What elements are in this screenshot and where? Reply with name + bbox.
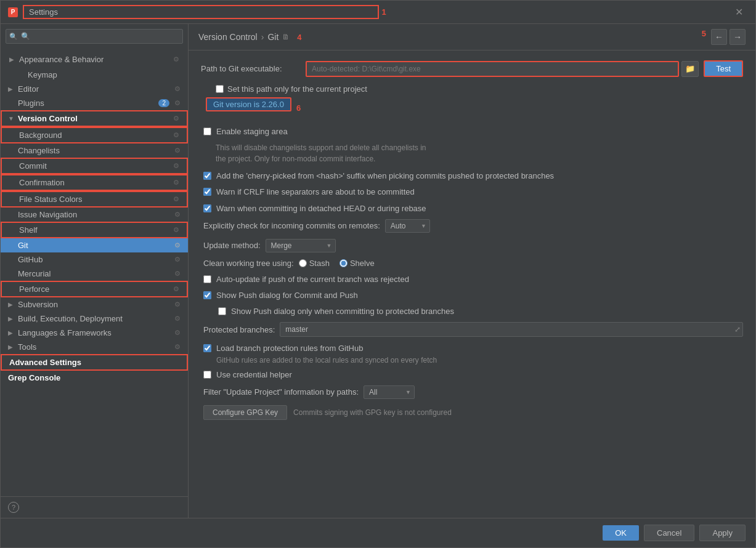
folder-browse-button[interactable]: 📁 <box>681 61 699 77</box>
sidebar-item-commit[interactable]: Commit ⚙ <box>1 158 188 174</box>
clean-working-row: Clean working tree using: Stash Shelve <box>201 259 743 268</box>
expand-icon[interactable]: ⤢ <box>734 325 741 334</box>
git-path-input[interactable] <box>306 61 679 77</box>
settings-icon: ⚙ <box>173 226 179 234</box>
cherry-pick-checkbox[interactable] <box>203 172 211 180</box>
cancel-button[interactable]: Cancel <box>644 525 694 541</box>
search-input[interactable] <box>6 29 183 44</box>
shelve-radio-label: Shelve <box>339 259 375 268</box>
sidebar-item-git[interactable]: 3 Git ⚙ <box>1 238 188 252</box>
breadcrumb-part1: Version Control <box>198 32 258 42</box>
nav-back-button[interactable]: ← <box>711 29 727 45</box>
configure-gpg-button[interactable]: Configure GPG Key <box>203 405 287 420</box>
show-push-row: Show Push dialog for Commit and Push <box>201 290 743 301</box>
ok-button[interactable]: OK <box>603 525 639 541</box>
sidebar-item-background[interactable]: Background ⚙ <box>1 127 188 143</box>
incoming-select[interactable]: Auto Always Never <box>385 219 430 233</box>
sidebar-item-build[interactable]: ▶ Build, Execution, Deployment ⚙ <box>1 312 188 326</box>
sidebar-item-advanced[interactable]: Advanced Settings <box>1 354 188 371</box>
sidebar-item-label: Editor <box>18 84 172 94</box>
sidebar-item-grep[interactable]: Grep Console <box>1 371 188 385</box>
staging-subtext: This will disable changelists support an… <box>216 142 743 164</box>
git-path-row: Path to Git executable: 📁 Test <box>201 60 743 77</box>
sidebar-item-file-status[interactable]: File Status Colors ⚙ <box>1 191 188 208</box>
show-push-protected-checkbox[interactable] <box>218 307 226 315</box>
sidebar-item-label: Changelists <box>18 146 172 155</box>
credential-checkbox[interactable] <box>203 371 211 379</box>
sidebar-item-perforce[interactable]: Perforce ⚙ <box>1 281 188 297</box>
expand-arrow: ▶ <box>8 315 17 322</box>
warn-crlf-checkbox[interactable] <box>203 188 211 196</box>
gpg-subtext: Commits signing with GPG key is not conf… <box>293 408 452 417</box>
search-box: 🔍 <box>6 29 183 44</box>
protected-input-wrap: ⤢ <box>280 322 743 337</box>
breadcrumb-separator: › <box>261 32 264 42</box>
settings-icon: ⚙ <box>174 270 181 278</box>
enable-staging-row: Enable staging area <box>201 126 743 137</box>
test-button[interactable]: Test <box>704 60 743 77</box>
dialog-title: Settings <box>23 5 379 19</box>
sidebar-item-languages[interactable]: ▶ Languages & Frameworks ⚙ <box>1 326 188 340</box>
sidebar-item-label: Confirmation <box>19 178 171 187</box>
sidebar-item-appearance[interactable]: ▶ Appearance & Behavior ⚙ <box>1 51 188 68</box>
sidebar-item-keymap[interactable]: Keymap <box>1 68 188 82</box>
shelve-radio[interactable] <box>339 259 348 267</box>
incoming-label: Explicitly check for incoming commits on… <box>203 221 380 230</box>
sidebar-item-mercurial[interactable]: Mercurial ⚙ <box>1 267 188 281</box>
set-path-label: Set this path only for the current proje… <box>227 84 367 94</box>
nav-buttons: 5 ← → <box>702 29 746 45</box>
sidebar-item-changelists[interactable]: Changelists ⚙ <box>1 143 188 158</box>
sidebar-item-plugins[interactable]: Plugins 2 ⚙ <box>1 96 188 110</box>
auto-update-checkbox[interactable] <box>203 275 211 283</box>
sidebar-item-version-control[interactable]: 2 ▼ Version Control ⚙ <box>1 110 188 127</box>
enable-staging-label: Enable staging area <box>216 126 288 137</box>
update-method-select[interactable]: Merge Rebase Branch Default <box>266 239 336 252</box>
protected-branches-input[interactable] <box>280 322 743 337</box>
apply-button[interactable]: Apply <box>699 525 746 541</box>
folder-icon: 📁 <box>685 64 695 73</box>
expand-arrow: ▶ <box>9 56 18 63</box>
expand-arrow: ▶ <box>8 301 17 308</box>
warn-detached-checkbox[interactable] <box>203 204 211 212</box>
git-version-row: Git version is 2.26.0 6 <box>201 97 743 119</box>
enable-staging-checkbox[interactable] <box>203 127 211 135</box>
filter-select[interactable]: All Changed Nothing <box>364 385 415 399</box>
sidebar-item-tools[interactable]: ▶ Tools ⚙ <box>1 340 188 354</box>
credential-row: Use credential helper <box>201 369 743 381</box>
sidebar-item-subversion[interactable]: ▶ Subversion ⚙ <box>1 297 188 312</box>
settings-icon: ⚙ <box>174 211 181 219</box>
sidebar-item-label: GitHub <box>18 255 172 264</box>
sidebar-item-label: Perforce <box>19 284 171 294</box>
sidebar-item-label: Grep Console <box>8 373 181 382</box>
load-branch-rules-checkbox[interactable] <box>203 344 211 352</box>
sidebar-item-issue-nav[interactable]: Issue Navigation ⚙ <box>1 208 188 222</box>
panel-body: Path to Git executable: 📁 Test Set this … <box>189 50 755 518</box>
path-label: Path to Git executable: <box>201 64 299 73</box>
show-push-checkbox[interactable] <box>203 291 211 299</box>
breadcrumb: Version Control › Git 🗎 4 <box>198 32 302 42</box>
settings-icon: ⚙ <box>173 115 179 123</box>
sidebar-item-shelf[interactable]: Shelf ⚙ <box>1 222 188 238</box>
protected-branches-row: Protected branches: ⤢ <box>201 322 743 337</box>
title-bar: P Settings 1 ✕ <box>1 1 755 24</box>
set-path-row: Set this path only for the current proje… <box>201 84 743 94</box>
settings-icon: ⚙ <box>174 315 181 323</box>
nav-forward-button[interactable]: → <box>730 29 746 45</box>
close-button[interactable]: ✕ <box>730 4 748 20</box>
expand-arrow: ▶ <box>8 86 17 92</box>
auto-update-row: Auto-update if push of the current branc… <box>201 274 743 285</box>
set-path-checkbox[interactable] <box>216 85 224 93</box>
sidebar-item-confirmation[interactable]: Confirmation ⚙ <box>1 174 188 191</box>
sidebar-item-editor[interactable]: ▶ Editor ⚙ <box>1 82 188 96</box>
panel-header: Version Control › Git 🗎 4 5 ← → <box>189 24 755 50</box>
shelve-label: Shelve <box>350 259 375 268</box>
show-push-protected-row: Show Push dialog only when committing to… <box>201 306 743 317</box>
update-method-select-wrap: Merge Rebase Branch Default <box>266 239 336 252</box>
sidebar-item-github[interactable]: GitHub ⚙ <box>1 252 188 267</box>
warn-detached-label: Warn when committing in detached HEAD or… <box>216 203 426 214</box>
help-button[interactable]: ? <box>8 502 19 513</box>
sidebar-footer: ? <box>1 496 188 518</box>
radio-group: Stash Shelve <box>299 259 375 268</box>
stash-radio[interactable] <box>299 259 307 267</box>
sidebar-item-label: Shelf <box>19 225 171 235</box>
